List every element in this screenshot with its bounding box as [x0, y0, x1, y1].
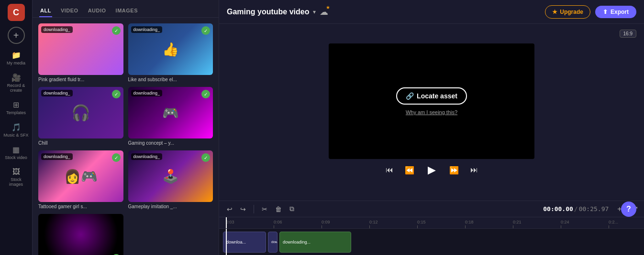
upgrade-button[interactable]: ★ Upgrade [545, 5, 590, 19]
tab-images[interactable]: IMAGES [115, 5, 139, 17]
clip-label-2: dow... [271, 240, 278, 244]
sidebar-item-label: My media [7, 61, 25, 65]
media-card-2[interactable]: 👍 downloading_ ✓ Like and subscribe el..… [128, 23, 213, 82]
playback-bar: ⏮ ⏪ ▶ ⏩ ⏭ [384, 159, 480, 181]
sidebar-item-label: Templates [6, 110, 26, 115]
top-actions: ★ Upgrade ⬆ Export [545, 5, 636, 19]
tab-video[interactable]: VIDEO [60, 5, 79, 17]
templates-icon: ⊞ [13, 100, 19, 109]
timeline-toolbar: ↩ ↪ ✂ 🗑 ⧉ 00:00.00 / 00:25.97 + − ⤢ [219, 201, 644, 217]
check-badge-5: ✓ [112, 153, 121, 162]
duplicate-button[interactable]: ⧉ [288, 203, 296, 215]
star-icon: ★ [552, 9, 557, 15]
ruler-mark-0:18: 0:18 [465, 220, 513, 228]
dropdown-arrow-icon[interactable]: ▾ [313, 9, 316, 15]
music-icon: 🎵 [11, 123, 21, 132]
ruler-mark-0:09: 0:09 [322, 220, 369, 228]
media-label-4: Gaming concept – y... [128, 140, 213, 146]
link-icon: 🔗 [406, 92, 414, 100]
add-button[interactable]: + [8, 27, 25, 44]
check-badge-2: ✓ [201, 26, 210, 35]
media-card-6[interactable]: 🕹️ downloading_ ✓ Gameplay imitation _..… [128, 150, 213, 209]
media-card-4[interactable]: 🎮 downloading_ ✓ Gaming concept – y... [128, 87, 213, 146]
media-thumbnail-3: 🎧 downloading_ ✓ [38, 87, 123, 138]
sidebar-item-stock-images[interactable]: 🖼 Stock images [2, 165, 31, 190]
media-label-5: Tattooed gamer girl s... [38, 204, 123, 209]
media-thumbnail-5: 👩‍🎮 downloading_ ✓ [38, 150, 123, 202]
check-badge-6: ✓ [201, 153, 210, 162]
ruler-mark-0:27: 0:2... [609, 220, 644, 228]
timecode-separator: / [574, 205, 578, 212]
aspect-ratio-badge: 16:9 [620, 30, 636, 38]
ruler-mark-0:15: 0:15 [417, 220, 465, 228]
ruler-marks: 0:03 0:06 0:09 0:12 0:15 0:18 0: [226, 217, 644, 228]
why-seeing-this-link[interactable]: Why am I seeing this? [406, 109, 457, 115]
export-label: Export [611, 9, 629, 15]
toolbar-divider-1 [254, 205, 254, 213]
media-label-1: Pink gradient fluid tr... [38, 77, 123, 82]
sidebar-item-music-sfx[interactable]: 🎵 Music & SFX [2, 120, 31, 140]
downloading-badge-4: downloading_ [131, 90, 163, 96]
delete-button[interactable]: 🗑 [273, 203, 284, 215]
media-tabs: ALL VIDEO AUDIO IMAGES [33, 0, 219, 18]
ruler-mark-0:12: 0:12 [369, 220, 417, 228]
check-badge-4: ✓ [201, 90, 210, 98]
skip-to-end-button[interactable]: ⏭ [468, 164, 480, 176]
timecode-display: 00:00.00 / 00:25.97 [543, 205, 609, 212]
sidebar-item-label: Record & create [4, 83, 29, 93]
tab-all[interactable]: ALL [39, 5, 52, 17]
media-card-5[interactable]: 👩‍🎮 downloading_ ✓ Tattooed gamer girl s… [38, 150, 123, 209]
top-bar: Gaming youtube video ▾ ☁ ★ ★ Upgrade ⬆ E… [219, 0, 644, 24]
sidebar-item-my-media[interactable]: 📁 My media [2, 48, 31, 68]
ruler-mark-0:06: 0:06 [274, 220, 322, 228]
preview-section: 16:9 🔗 Locate asset Why am I seeing this… [219, 24, 644, 201]
clip-label-3: downloading... [283, 240, 311, 244]
sidebar-item-label: Stock video [5, 155, 27, 160]
tab-audio[interactable]: AUDIO [87, 5, 107, 17]
downloading-badge-5: downloading_ [41, 153, 73, 160]
downloading-badge-1: downloading_ [41, 26, 73, 33]
media-card-3[interactable]: 🎧 downloading_ ✓ Chill [38, 87, 123, 146]
media-thumbnail-4: 🎮 downloading_ ✓ [128, 87, 213, 138]
undo-button[interactable]: ↩ [225, 203, 234, 215]
redo-button[interactable]: ↪ [238, 203, 248, 215]
play-button[interactable]: ▶ [424, 162, 440, 178]
export-button[interactable]: ⬆ Export [595, 6, 636, 18]
media-label-6: Gameplay imitation _... [128, 204, 213, 209]
timeline-tracks: downloa... dow... downloading... [219, 229, 644, 255]
help-button[interactable]: ? [621, 202, 636, 217]
ruler-mark-0:24: 0:24 [561, 220, 609, 228]
sidebar: C + 📁 My media 🎥 Record & create ⊞ Templ… [0, 0, 33, 255]
locate-asset-button[interactable]: 🔗 Locate asset [396, 87, 467, 105]
sidebar-item-label: Stock images [4, 177, 29, 187]
locate-asset-label: Locate asset [417, 92, 457, 100]
downloading-badge-2: downloading_ [131, 26, 163, 33]
media-grid: downloading_ ✓ Pink gradient fluid tr...… [33, 18, 219, 255]
stock-images-icon: 🖼 [12, 168, 20, 176]
timeline-clip-3[interactable]: downloading... [279, 232, 351, 253]
media-thumbnail-2: 👍 downloading_ ✓ [128, 23, 213, 75]
sidebar-item-stock-video[interactable]: ▦ Stock video [2, 142, 31, 163]
clip-label-1: downloa... [226, 240, 246, 244]
skip-to-start-button[interactable]: ⏮ [384, 164, 395, 176]
project-name: Gaming youtube video [227, 8, 309, 16]
sidebar-item-record-create[interactable]: 🎥 Record & create [2, 70, 31, 96]
timeline-clip-2[interactable]: dow... [268, 232, 278, 253]
fast-forward-button[interactable]: ⏩ [447, 164, 461, 177]
timeline-ruler[interactable]: 0:03 0:06 0:09 0:12 0:15 0:18 0: [219, 217, 644, 229]
media-card-7[interactable]: 0:18 ✓ Abstract seamless lo... [38, 214, 123, 255]
app-logo: C [8, 4, 25, 21]
total-time: 00:25.97 [579, 205, 609, 212]
timeline-clip-1[interactable]: downloa... [223, 232, 266, 253]
add-icon: + [13, 30, 19, 41]
cut-button[interactable]: ✂ [260, 203, 269, 215]
media-thumbnail-6: 🕹️ downloading_ ✓ [128, 150, 213, 202]
project-name-area: Gaming youtube video ▾ ☁ ★ [227, 7, 328, 17]
check-badge-3: ✓ [112, 90, 121, 98]
current-time: 00:00.00 [543, 205, 573, 212]
playhead-ruler [226, 217, 227, 228]
sidebar-item-templates[interactable]: ⊞ Templates [2, 97, 31, 118]
media-card-1[interactable]: downloading_ ✓ Pink gradient fluid tr... [38, 23, 123, 82]
rewind-button[interactable]: ⏪ [403, 164, 416, 177]
downloading-badge-6: downloading_ [131, 153, 163, 160]
